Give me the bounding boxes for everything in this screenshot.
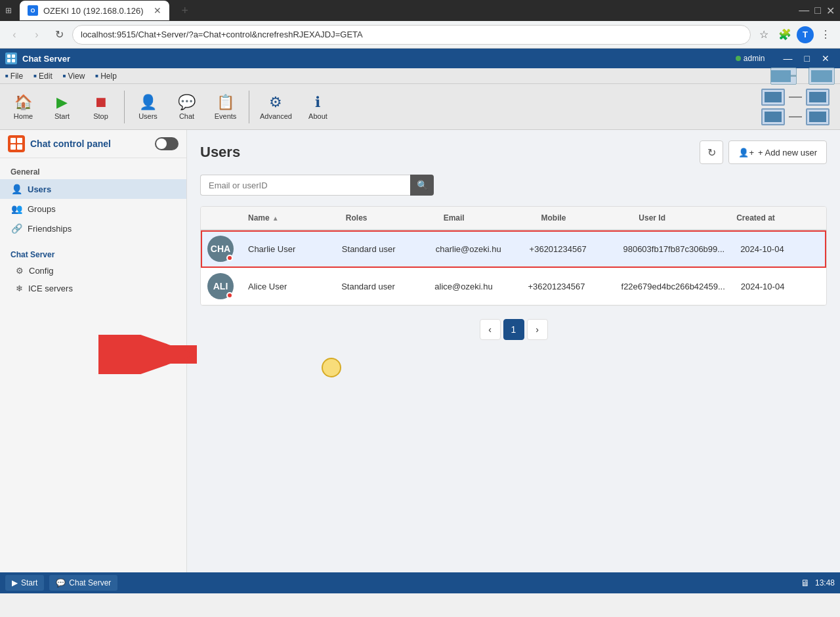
- admin-indicator: admin: [736, 54, 765, 63]
- th-userid[interactable]: User Id: [631, 207, 728, 229]
- play-icon: ▶: [56, 94, 68, 111]
- friendships-sidebar-icon: 🔗: [10, 223, 22, 234]
- th-mobile[interactable]: Mobile: [533, 207, 631, 229]
- bookmark-button[interactable]: ☆: [755, 26, 773, 44]
- search-icon: 🔍: [417, 180, 428, 190]
- next-page-btn[interactable]: ›: [527, 319, 548, 340]
- toolbar-stop-btn[interactable]: ⏹ Stop: [83, 87, 119, 127]
- table-row[interactable]: ALI Alice User Standard user alice@ozeki…: [201, 268, 826, 305]
- app-title: Chat Server: [22, 54, 730, 64]
- toolbar-about-btn[interactable]: ℹ About: [300, 87, 336, 127]
- forward-button[interactable]: ›: [28, 26, 46, 44]
- avatar-status-alice: [226, 292, 233, 299]
- chat-server-section-label: Chat Server: [0, 246, 186, 262]
- th-roles[interactable]: Roles: [338, 207, 436, 229]
- table-refresh-btn[interactable]: ↻: [700, 140, 723, 164]
- menu-edit[interactable]: ■ Edit: [33, 72, 52, 81]
- ice-sidebar-icon: ❄: [16, 284, 23, 293]
- start-status-btn[interactable]: ▶ Start: [5, 575, 44, 591]
- menu-view[interactable]: ■ View: [63, 72, 85, 81]
- extensions-button[interactable]: 🧩: [776, 26, 794, 44]
- toolbar-separator-1: [124, 91, 125, 123]
- toolbar-events-btn[interactable]: 📋 Events: [207, 87, 243, 127]
- tab-close-btn[interactable]: ✕: [154, 5, 161, 16]
- toolbar-home-label: Home: [14, 112, 33, 120]
- td-email-charlie: charlie@ozeki.hu: [428, 238, 522, 261]
- users-sidebar-icon: 👤: [10, 184, 22, 194]
- browser-close-btn[interactable]: ✕: [826, 5, 835, 17]
- search-input[interactable]: [200, 175, 410, 196]
- general-section-label: General: [0, 163, 186, 179]
- dark-mode-toggle[interactable]: [155, 137, 178, 150]
- toolbar-start-label: Start: [54, 112, 70, 120]
- th-created[interactable]: Created at: [728, 207, 826, 229]
- table-row[interactable]: CHA Charlie User Standard user charlie@o…: [201, 230, 826, 268]
- sidebar-item-groups[interactable]: 👥 Groups: [0, 199, 186, 219]
- users-table: Name ▲ Roles Email Mobile: [200, 206, 827, 306]
- toolbar-home-btn[interactable]: 🏠 Home: [5, 87, 41, 127]
- toolbar-start-btn[interactable]: ▶ Start: [44, 87, 80, 127]
- avatar-status-charlie: [226, 255, 233, 261]
- sidebar-item-ice-servers[interactable]: ❄ ICE servers: [0, 280, 186, 297]
- toolbar-advanced-label: Advanced: [260, 112, 292, 120]
- toolbar-advanced-btn[interactable]: ⚙ Advanced: [255, 87, 297, 127]
- tab-title: OZEKI 10 (192.168.0.126): [43, 6, 143, 16]
- avatar-charlie: CHA: [207, 236, 234, 262]
- search-button[interactable]: 🔍: [410, 175, 434, 196]
- events-icon: 📋: [217, 94, 234, 111]
- sidebar-config-label: Config: [29, 266, 54, 276]
- browser-minimize-btn[interactable]: —: [799, 5, 809, 16]
- td-mobile-charlie: +36201234567: [522, 238, 616, 261]
- td-email-alice: alice@ozeki.hu: [427, 275, 520, 298]
- start-status-label: Start: [21, 578, 37, 587]
- back-button[interactable]: ‹: [5, 26, 24, 44]
- td-userid-alice: f22e679ed4bc266b42459...: [614, 275, 733, 298]
- sidebar-groups-label: Groups: [28, 204, 56, 214]
- app-close-btn[interactable]: ✕: [816, 52, 835, 65]
- menu-help[interactable]: ■ Help: [95, 72, 117, 81]
- table-header: Name ▲ Roles Email Mobile: [201, 207, 826, 230]
- new-tab-button[interactable]: +: [177, 1, 192, 20]
- config-sidebar-icon: ⚙: [16, 266, 24, 276]
- toolbar-events-label: Events: [215, 112, 237, 120]
- td-roles-charlie: Standard user: [334, 238, 428, 261]
- browser-maximize-btn[interactable]: □: [814, 5, 821, 16]
- th-name[interactable]: Name ▲: [240, 207, 338, 229]
- toolbar-chat-btn[interactable]: 💬 Chat: [169, 87, 205, 127]
- td-name-alice: Alice User: [240, 275, 333, 298]
- chat-icon: 💬: [178, 94, 196, 111]
- toolbar-network-graphic: [761, 89, 835, 125]
- chat-server-status-btn[interactable]: 💬 Chat Server: [49, 575, 117, 591]
- page-1-btn[interactable]: 1: [503, 319, 524, 340]
- add-user-label: + Add new user: [758, 148, 817, 158]
- menu-button[interactable]: ⋮: [816, 26, 835, 44]
- app-maximize-btn[interactable]: □: [799, 52, 815, 65]
- advanced-icon: ⚙: [269, 94, 282, 111]
- page-title: Users: [200, 144, 700, 161]
- refresh-button[interactable]: ↻: [50, 26, 68, 44]
- address-bar[interactable]: localhost:9515/Chat+Server/?a=Chat+contr…: [72, 25, 751, 45]
- td-avatar-charlie: CHA: [201, 230, 240, 267]
- app-minimize-btn[interactable]: —: [778, 52, 798, 65]
- sidebar-item-friendships[interactable]: 🔗 Friendships: [0, 219, 186, 238]
- sidebar-panel-title: Chat control panel: [30, 138, 150, 149]
- statusbar: ▶ Start 💬 Chat Server 🖥 13:48: [0, 572, 840, 593]
- th-email[interactable]: Email: [436, 207, 534, 229]
- sort-icon: ▲: [272, 215, 279, 222]
- refresh-icon: ↻: [707, 146, 716, 159]
- about-icon: ℹ: [315, 94, 320, 111]
- toolbar-stop-label: Stop: [93, 112, 108, 120]
- prev-page-btn[interactable]: ‹: [480, 319, 501, 340]
- th-avatar: [201, 207, 240, 229]
- status-time: 13:48: [815, 578, 835, 587]
- users-icon: 👤: [139, 94, 157, 111]
- toolbar-users-btn[interactable]: 👤 Users: [130, 87, 166, 127]
- chat-server-status-label: Chat Server: [69, 578, 111, 587]
- sidebar-item-config[interactable]: ⚙ Config: [0, 262, 186, 280]
- menu-file[interactable]: ■ File: [5, 72, 23, 81]
- sidebar-item-users[interactable]: 👤 Users: [0, 179, 186, 199]
- toolbar-about-label: About: [308, 112, 327, 120]
- admin-status-dot: [736, 56, 741, 61]
- add-user-button[interactable]: 👤+ + Add new user: [728, 140, 827, 164]
- profile-button[interactable]: T: [797, 26, 814, 43]
